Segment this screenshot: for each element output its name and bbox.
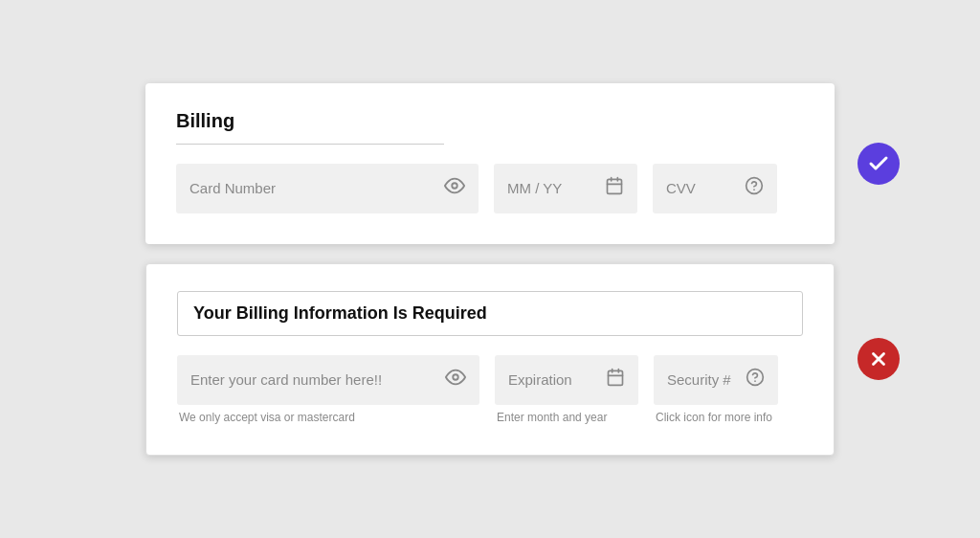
fields-row-2: Enter your card number here!! We only ac… (177, 355, 803, 424)
svg-point-7 (453, 374, 458, 380)
cvv-field[interactable]: CVV (653, 164, 777, 213)
svg-rect-1 (608, 179, 622, 193)
title-divider (176, 144, 444, 145)
card-number-hint: We only accept visa or mastercard (177, 411, 479, 424)
cvv-placeholder: CVV (666, 180, 696, 196)
fields-row-1: Card Number MM / YY (176, 164, 804, 213)
expiry-placeholder: MM / YY (507, 180, 562, 196)
billing-card-valid: Billing Card Number MM / YY (145, 83, 835, 244)
calendar-icon[interactable] (605, 176, 624, 200)
card-number-group: Enter your card number here!! We only ac… (177, 355, 479, 424)
error-badge (858, 338, 900, 380)
svg-point-0 (452, 183, 457, 189)
eye-icon-2[interactable] (445, 367, 466, 392)
billing-title-box: Your Billing Information Is Required (177, 291, 803, 336)
help-icon-2[interactable] (746, 368, 765, 392)
calendar-icon-2[interactable] (606, 368, 625, 392)
security-field[interactable]: Security # (654, 355, 778, 405)
card-number-field[interactable]: Card Number (176, 164, 479, 213)
expiry-hint: Enter month and year (495, 411, 638, 424)
expiry-group: Expiration Enter month and year (495, 355, 638, 424)
expiry-placeholder-2: Expiration (508, 371, 572, 388)
card-number-field-2[interactable]: Enter your card number here!! (177, 355, 479, 405)
success-badge (858, 143, 900, 185)
eye-icon[interactable] (444, 175, 465, 201)
expiry-field-2[interactable]: Expiration (495, 355, 638, 405)
billing-card-error: Your Billing Information Is Required Ent… (145, 263, 835, 456)
card-number-placeholder: Card Number (189, 180, 276, 196)
security-group: Security # Click icon for more info (654, 355, 778, 424)
expiry-field[interactable]: MM / YY (494, 164, 637, 213)
security-placeholder: Security # (667, 371, 731, 388)
billing-required-title: Your Billing Information Is Required (193, 303, 787, 324)
security-hint: Click icon for more info (654, 411, 778, 424)
billing-title: Billing (176, 110, 804, 132)
card-number-placeholder-2: Enter your card number here!! (190, 371, 382, 388)
svg-rect-8 (609, 370, 623, 385)
help-icon[interactable] (745, 176, 764, 200)
